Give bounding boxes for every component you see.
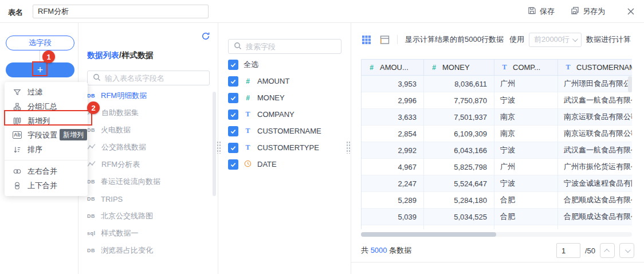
checkbox-checked-icon[interactable] [228, 60, 238, 70]
sql-icon: sql [87, 230, 96, 236]
field-row[interactable]: T CUSTOMERTYPE [228, 139, 344, 156]
result-panel: 显示计算结果的前5000行数据 使用 前20000行 数据进行计算 #AMOU.… [351, 23, 644, 274]
column-header[interactable]: #MONEY [424, 60, 494, 76]
use-label: 使用 [509, 34, 524, 45]
title-data-list: 数据列表 [87, 50, 119, 60]
pagination: /50 [556, 243, 634, 258]
field-row[interactable]: # AMOUNT [228, 73, 344, 89]
save-button[interactable]: 保存 [528, 6, 555, 17]
app-window: 表名 保存 另存为 选字段 + [0, 0, 644, 274]
menu-divider [5, 160, 88, 161]
dataset-item[interactable]: RFM分析表 [87, 156, 212, 173]
checkbox-checked-icon[interactable] [228, 143, 238, 153]
save-label: 保存 [540, 6, 555, 17]
chevron-up-icon [604, 248, 610, 254]
field-row[interactable]: # MONEY [228, 89, 344, 106]
filter-icon [13, 88, 22, 97]
page-up-button[interactable] [600, 243, 615, 258]
annotation-badge-2: 2 [87, 101, 100, 114]
column-header[interactable]: TCOMP... [494, 60, 558, 76]
panel-resize-handle[interactable] [346, 141, 351, 154]
merge-top-bottom-icon [13, 181, 22, 190]
dataset-item[interactable]: 公交路线数据 [87, 139, 212, 156]
menu-item-sort[interactable]: 排序 [5, 142, 88, 156]
refresh-icon[interactable] [201, 32, 210, 41]
dataset-scrollbar[interactable] [213, 92, 216, 196]
field-panel: 全选 # AMOUNT # MONEY T COMPANY [218, 23, 351, 274]
dataset-search-input[interactable] [105, 74, 204, 83]
add-step-button[interactable]: + [6, 62, 74, 77]
group-summary-icon [13, 102, 22, 111]
field-row[interactable]: T CUSTOMERNAME [228, 123, 344, 139]
dataset-item[interactable]: DBTRIPS [87, 190, 212, 208]
save-as-label: 另存为 [583, 6, 605, 17]
checkbox-checked-icon[interactable] [228, 126, 238, 136]
dataset-item[interactable]: DBRFM明细数据 [87, 87, 212, 104]
table-name-input[interactable] [33, 5, 209, 18]
db-icon: DB [87, 196, 95, 202]
checkbox-checked-icon[interactable] [228, 159, 238, 170]
table-row: 5,0395,034,525合肥合肥顺成达食品有限公司 [362, 209, 632, 225]
toolbar-divider [397, 35, 398, 44]
text-type-icon: T [244, 110, 252, 119]
add-column-icon [13, 116, 22, 126]
table-row: 2,9967,750,870宁波武汉鑫一航食品有限公司 [362, 92, 632, 109]
chevron-down-icon [572, 36, 578, 42]
data-table: #AMOU... #MONEY TCOMP... TCUSTOMERNAME 3… [361, 59, 632, 229]
text-type-icon: T [500, 63, 509, 72]
menu-item-filter[interactable]: 过滤 [5, 85, 88, 99]
text-type-icon: T [244, 143, 252, 152]
table-header: #AMOU... #MONEY TCOMP... TCUSTOMERNAME [362, 60, 632, 76]
column-header[interactable]: #AMOU... [362, 60, 424, 76]
panel-resize-handle[interactable] [217, 141, 221, 154]
dataset-item[interactable]: sql样式数据一 [87, 225, 212, 242]
select-all-row[interactable]: 全选 [228, 56, 344, 73]
dataset-item[interactable]: DB春运迁徙流向数据 [87, 173, 212, 190]
number-type-icon: # [244, 94, 252, 102]
page-down-button[interactable] [619, 243, 634, 258]
field-search [228, 39, 341, 54]
checkbox-checked-icon[interactable] [228, 76, 238, 87]
menu-tooltip: 新增列 [60, 129, 87, 140]
select-all-label: 全选 [244, 60, 258, 70]
panel-layout-icon[interactable] [379, 34, 390, 45]
grid-view-icon[interactable] [361, 34, 371, 45]
table-vertical-scrollbar[interactable] [628, 76, 632, 92]
field-row[interactable]: T COMPANY [228, 106, 344, 123]
menu-item-merge-left-right[interactable]: 左右合并 [5, 164, 88, 178]
dataset-panel: 数据列表/样式数据 DBRFM明细数据 自助数据集 DB火电数据 公交路线数据 … [78, 23, 218, 274]
dataset-item[interactable]: DB北京公交线路图 [87, 208, 212, 225]
checkbox-checked-icon[interactable] [228, 109, 238, 120]
add-step-menu: 过滤 分组汇总 新增列 Ab 字段设置 新增列 排序 左右合并 上下合并 [5, 82, 88, 196]
row-limit-select[interactable]: 前20000行 [529, 33, 582, 47]
menu-item-add-column[interactable]: 新增列 [5, 113, 88, 128]
dataset-item[interactable]: 自助数据集 [87, 104, 212, 122]
row-limit-value: 前20000行 [534, 34, 570, 45]
page-total: /50 [585, 246, 595, 255]
row-count-value: 5000 [371, 246, 387, 255]
select-fields-button[interactable]: 选字段 [6, 36, 74, 50]
column-header[interactable]: TCUSTOMERNAME [558, 60, 632, 76]
dataset-item[interactable]: DB火电数据 [87, 122, 212, 139]
close-icon[interactable] [626, 6, 636, 17]
table-row-partial [362, 225, 632, 229]
line-chart-icon [87, 143, 96, 152]
menu-item-merge-top-bottom[interactable]: 上下合并 [5, 178, 88, 193]
menu-item-group-summary[interactable]: 分组汇总 [5, 99, 88, 113]
result-toolbar: 显示计算结果的前5000行数据 使用 前20000行 数据进行计算 [361, 32, 631, 48]
date-type-icon [244, 160, 252, 169]
save-icon [528, 6, 536, 17]
db-icon: DB [87, 179, 95, 185]
result-footer: 共 5000 条数据 /50 [361, 242, 634, 259]
scrollbar-thumb[interactable] [361, 232, 496, 237]
checkbox-checked-icon[interactable] [228, 93, 238, 103]
table-row: 2,8546,109,309南京南京运联食品有限公司 [362, 126, 632, 142]
text-type-icon: T [564, 63, 572, 72]
field-row[interactable]: DATE [228, 156, 344, 173]
field-search-input[interactable] [246, 42, 336, 51]
page-number-input[interactable] [556, 243, 580, 258]
dataset-item[interactable]: DB浏览器占比变化 [87, 242, 212, 259]
dataset-search [87, 71, 210, 85]
save-as-button[interactable]: 另存为 [571, 6, 605, 17]
annotation-badge-1: 1 [42, 50, 55, 63]
